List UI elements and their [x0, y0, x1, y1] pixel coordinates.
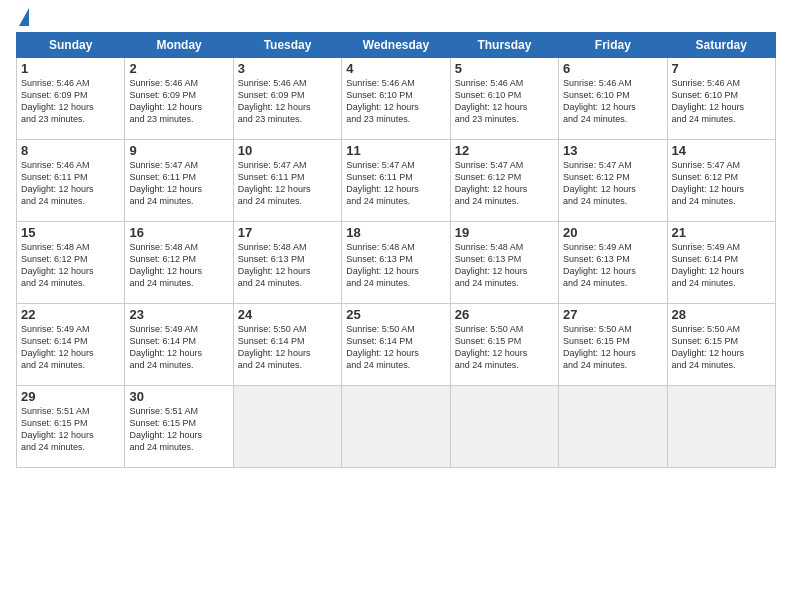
- calendar-cell: 30 Sunrise: 5:51 AMSunset: 6:15 PMDaylig…: [125, 386, 233, 468]
- day-number: 2: [129, 61, 228, 76]
- calendar-cell: 15 Sunrise: 5:48 AMSunset: 6:12 PMDaylig…: [17, 222, 125, 304]
- cell-info: Sunrise: 5:50 AMSunset: 6:14 PMDaylight:…: [238, 324, 311, 370]
- calendar-cell: 24 Sunrise: 5:50 AMSunset: 6:14 PMDaylig…: [233, 304, 341, 386]
- day-number: 22: [21, 307, 120, 322]
- calendar-header-row: SundayMondayTuesdayWednesdayThursdayFrid…: [17, 33, 776, 58]
- calendar-cell: 10 Sunrise: 5:47 AMSunset: 6:11 PMDaylig…: [233, 140, 341, 222]
- calendar-cell: [342, 386, 450, 468]
- header-row: [16, 12, 776, 26]
- calendar-cell: 6 Sunrise: 5:46 AMSunset: 6:10 PMDayligh…: [559, 58, 667, 140]
- page: SundayMondayTuesdayWednesdayThursdayFrid…: [0, 0, 792, 612]
- cell-info: Sunrise: 5:46 AMSunset: 6:11 PMDaylight:…: [21, 160, 94, 206]
- calendar-week-row: 8 Sunrise: 5:46 AMSunset: 6:11 PMDayligh…: [17, 140, 776, 222]
- cell-info: Sunrise: 5:49 AMSunset: 6:14 PMDaylight:…: [672, 242, 745, 288]
- calendar-cell: 23 Sunrise: 5:49 AMSunset: 6:14 PMDaylig…: [125, 304, 233, 386]
- day-number: 8: [21, 143, 120, 158]
- cell-info: Sunrise: 5:47 AMSunset: 6:11 PMDaylight:…: [346, 160, 419, 206]
- day-number: 23: [129, 307, 228, 322]
- calendar-day-header: Tuesday: [233, 33, 341, 58]
- calendar-day-header: Sunday: [17, 33, 125, 58]
- calendar-week-row: 29 Sunrise: 5:51 AMSunset: 6:15 PMDaylig…: [17, 386, 776, 468]
- cell-info: Sunrise: 5:46 AMSunset: 6:10 PMDaylight:…: [563, 78, 636, 124]
- day-number: 1: [21, 61, 120, 76]
- day-number: 15: [21, 225, 120, 240]
- day-number: 20: [563, 225, 662, 240]
- logo-triangle-icon: [19, 8, 29, 26]
- calendar-cell: [233, 386, 341, 468]
- calendar-cell: 9 Sunrise: 5:47 AMSunset: 6:11 PMDayligh…: [125, 140, 233, 222]
- cell-info: Sunrise: 5:46 AMSunset: 6:09 PMDaylight:…: [238, 78, 311, 124]
- calendar-cell: 1 Sunrise: 5:46 AMSunset: 6:09 PMDayligh…: [17, 58, 125, 140]
- day-number: 18: [346, 225, 445, 240]
- calendar-cell: 13 Sunrise: 5:47 AMSunset: 6:12 PMDaylig…: [559, 140, 667, 222]
- cell-info: Sunrise: 5:47 AMSunset: 6:11 PMDaylight:…: [238, 160, 311, 206]
- day-number: 24: [238, 307, 337, 322]
- day-number: 17: [238, 225, 337, 240]
- day-number: 16: [129, 225, 228, 240]
- day-number: 26: [455, 307, 554, 322]
- calendar-cell: 21 Sunrise: 5:49 AMSunset: 6:14 PMDaylig…: [667, 222, 775, 304]
- day-number: 9: [129, 143, 228, 158]
- calendar-cell: 16 Sunrise: 5:48 AMSunset: 6:12 PMDaylig…: [125, 222, 233, 304]
- day-number: 25: [346, 307, 445, 322]
- calendar-cell: [667, 386, 775, 468]
- calendar-cell: 28 Sunrise: 5:50 AMSunset: 6:15 PMDaylig…: [667, 304, 775, 386]
- cell-info: Sunrise: 5:49 AMSunset: 6:14 PMDaylight:…: [129, 324, 202, 370]
- cell-info: Sunrise: 5:47 AMSunset: 6:12 PMDaylight:…: [455, 160, 528, 206]
- day-number: 28: [672, 307, 771, 322]
- calendar-cell: 20 Sunrise: 5:49 AMSunset: 6:13 PMDaylig…: [559, 222, 667, 304]
- cell-info: Sunrise: 5:47 AMSunset: 6:12 PMDaylight:…: [563, 160, 636, 206]
- calendar-cell: 5 Sunrise: 5:46 AMSunset: 6:10 PMDayligh…: [450, 58, 558, 140]
- calendar-cell: 26 Sunrise: 5:50 AMSunset: 6:15 PMDaylig…: [450, 304, 558, 386]
- calendar-cell: 17 Sunrise: 5:48 AMSunset: 6:13 PMDaylig…: [233, 222, 341, 304]
- calendar-day-header: Wednesday: [342, 33, 450, 58]
- day-number: 10: [238, 143, 337, 158]
- calendar-week-row: 22 Sunrise: 5:49 AMSunset: 6:14 PMDaylig…: [17, 304, 776, 386]
- calendar-day-header: Monday: [125, 33, 233, 58]
- day-number: 5: [455, 61, 554, 76]
- cell-info: Sunrise: 5:46 AMSunset: 6:10 PMDaylight:…: [672, 78, 745, 124]
- day-number: 19: [455, 225, 554, 240]
- calendar-cell: 29 Sunrise: 5:51 AMSunset: 6:15 PMDaylig…: [17, 386, 125, 468]
- cell-info: Sunrise: 5:49 AMSunset: 6:14 PMDaylight:…: [21, 324, 94, 370]
- calendar-cell: [559, 386, 667, 468]
- day-number: 30: [129, 389, 228, 404]
- cell-info: Sunrise: 5:46 AMSunset: 6:10 PMDaylight:…: [455, 78, 528, 124]
- cell-info: Sunrise: 5:48 AMSunset: 6:13 PMDaylight:…: [346, 242, 419, 288]
- cell-info: Sunrise: 5:48 AMSunset: 6:13 PMDaylight:…: [455, 242, 528, 288]
- calendar-cell: 14 Sunrise: 5:47 AMSunset: 6:12 PMDaylig…: [667, 140, 775, 222]
- day-number: 12: [455, 143, 554, 158]
- calendar-cell: 7 Sunrise: 5:46 AMSunset: 6:10 PMDayligh…: [667, 58, 775, 140]
- day-number: 3: [238, 61, 337, 76]
- cell-info: Sunrise: 5:50 AMSunset: 6:15 PMDaylight:…: [455, 324, 528, 370]
- cell-info: Sunrise: 5:51 AMSunset: 6:15 PMDaylight:…: [21, 406, 94, 452]
- calendar-cell: 27 Sunrise: 5:50 AMSunset: 6:15 PMDaylig…: [559, 304, 667, 386]
- calendar-cell: 11 Sunrise: 5:47 AMSunset: 6:11 PMDaylig…: [342, 140, 450, 222]
- logo: [16, 12, 29, 26]
- cell-info: Sunrise: 5:49 AMSunset: 6:13 PMDaylight:…: [563, 242, 636, 288]
- calendar-day-header: Saturday: [667, 33, 775, 58]
- cell-info: Sunrise: 5:50 AMSunset: 6:14 PMDaylight:…: [346, 324, 419, 370]
- calendar-cell: 18 Sunrise: 5:48 AMSunset: 6:13 PMDaylig…: [342, 222, 450, 304]
- day-number: 4: [346, 61, 445, 76]
- day-number: 11: [346, 143, 445, 158]
- day-number: 29: [21, 389, 120, 404]
- cell-info: Sunrise: 5:46 AMSunset: 6:10 PMDaylight:…: [346, 78, 419, 124]
- day-number: 14: [672, 143, 771, 158]
- cell-info: Sunrise: 5:46 AMSunset: 6:09 PMDaylight:…: [129, 78, 202, 124]
- calendar-week-row: 1 Sunrise: 5:46 AMSunset: 6:09 PMDayligh…: [17, 58, 776, 140]
- day-number: 13: [563, 143, 662, 158]
- cell-info: Sunrise: 5:48 AMSunset: 6:12 PMDaylight:…: [129, 242, 202, 288]
- day-number: 7: [672, 61, 771, 76]
- cell-info: Sunrise: 5:48 AMSunset: 6:13 PMDaylight:…: [238, 242, 311, 288]
- day-number: 6: [563, 61, 662, 76]
- calendar-day-header: Thursday: [450, 33, 558, 58]
- cell-info: Sunrise: 5:50 AMSunset: 6:15 PMDaylight:…: [563, 324, 636, 370]
- calendar-cell: 3 Sunrise: 5:46 AMSunset: 6:09 PMDayligh…: [233, 58, 341, 140]
- calendar-day-header: Friday: [559, 33, 667, 58]
- calendar-cell: 25 Sunrise: 5:50 AMSunset: 6:14 PMDaylig…: [342, 304, 450, 386]
- cell-info: Sunrise: 5:47 AMSunset: 6:11 PMDaylight:…: [129, 160, 202, 206]
- calendar-cell: 19 Sunrise: 5:48 AMSunset: 6:13 PMDaylig…: [450, 222, 558, 304]
- cell-info: Sunrise: 5:48 AMSunset: 6:12 PMDaylight:…: [21, 242, 94, 288]
- day-number: 27: [563, 307, 662, 322]
